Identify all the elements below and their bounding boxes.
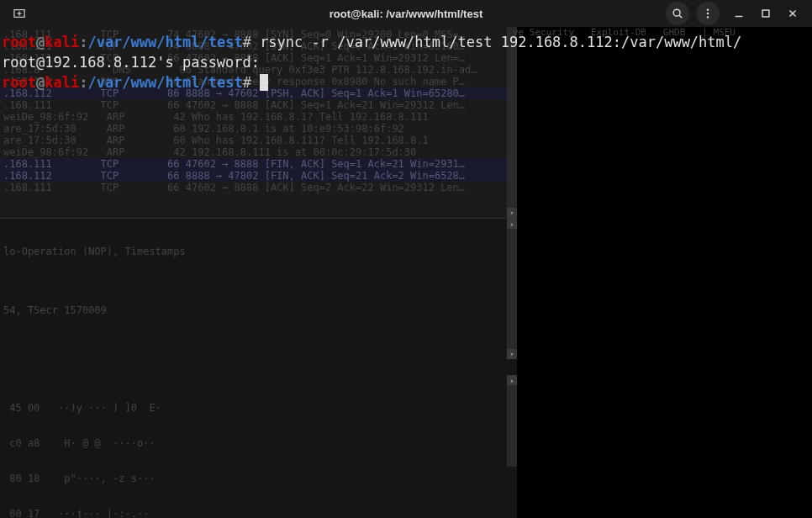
- svg-point-7: [707, 16, 709, 18]
- prompt-host: kali: [45, 34, 79, 50]
- minimize-button[interactable]: [726, 2, 751, 25]
- prompt-path: /var/www/html/test: [87, 74, 242, 91]
- svg-line-4: [679, 15, 682, 18]
- window-titlebar: root@kali: /var/www/html/test: [0, 0, 812, 27]
- svg-rect-9: [762, 10, 769, 17]
- svg-point-6: [707, 13, 709, 14]
- terminal-output[interactable]: root@kali:/var/www/html/test# rsync -r /…: [0, 27, 812, 518]
- prompt-path: /var/www/html/test: [87, 34, 242, 50]
- svg-point-5: [707, 8, 709, 10]
- command-line: rsync -r /var/www/html/test 192.168.8.11…: [251, 34, 741, 50]
- prompt-host: kali: [45, 74, 79, 91]
- terminal-cursor: [260, 74, 268, 91]
- prompt-user: root: [2, 74, 36, 91]
- prompt-user: root: [2, 34, 36, 50]
- password-prompt: root@192.168.8.112's password:: [2, 54, 268, 71]
- svg-point-3: [673, 9, 680, 16]
- maximize-button[interactable]: [753, 2, 778, 25]
- menu-button[interactable]: [696, 2, 720, 25]
- window-title: root@kali: /var/www/html/test: [330, 8, 482, 20]
- close-button[interactable]: [780, 2, 805, 25]
- search-button[interactable]: [666, 2, 689, 25]
- new-tab-button[interactable]: [7, 2, 32, 25]
